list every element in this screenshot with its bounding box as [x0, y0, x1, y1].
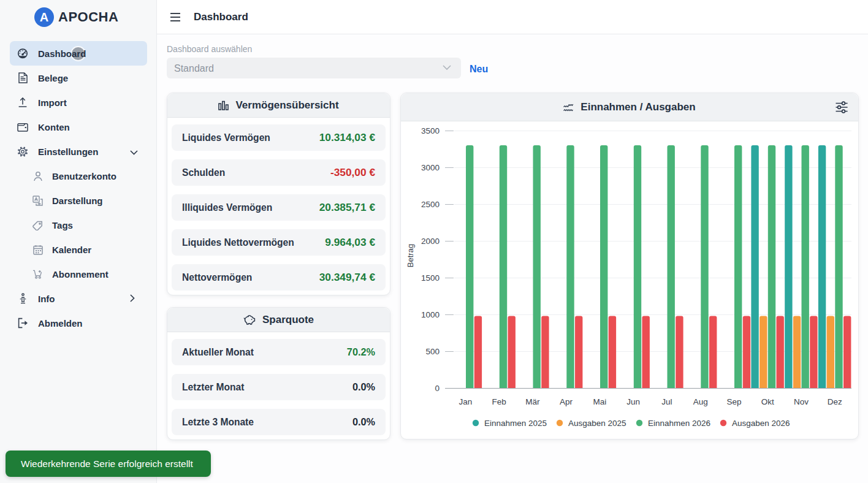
svg-text:1500: 1500: [421, 273, 440, 283]
svg-text:Nov: Nov: [794, 397, 809, 406]
svg-text:Einnahmen 2026: Einnahmen 2026: [648, 419, 710, 428]
svg-text:Mär: Mär: [525, 397, 540, 406]
svg-text:Jun: Jun: [626, 397, 640, 406]
svg-text:Einnahmen 2025: Einnahmen 2025: [484, 419, 547, 428]
svg-text:Sep: Sep: [726, 397, 741, 406]
svg-text:0: 0: [435, 384, 440, 393]
svg-text:1000: 1000: [421, 310, 440, 319]
svg-text:Ausgaben 2026: Ausgaben 2026: [732, 419, 790, 428]
svg-text:500: 500: [425, 347, 440, 356]
svg-text:Okt: Okt: [761, 397, 774, 406]
svg-text:Ausgaben 2025: Ausgaben 2025: [568, 419, 626, 428]
svg-text:Feb: Feb: [492, 397, 506, 406]
svg-text:Betrag: Betrag: [406, 244, 415, 267]
svg-text:2500: 2500: [421, 200, 440, 209]
svg-text:Mai: Mai: [593, 397, 607, 406]
svg-text:Jan: Jan: [459, 397, 473, 406]
svg-text:Aug: Aug: [693, 397, 708, 406]
svg-text:Dez: Dez: [828, 397, 842, 406]
svg-text:3000: 3000: [421, 163, 440, 172]
svg-text:Apr: Apr: [560, 397, 573, 406]
svg-text:Jul: Jul: [661, 397, 672, 406]
svg-text:2000: 2000: [421, 237, 440, 246]
svg-text:3500: 3500: [421, 126, 440, 135]
